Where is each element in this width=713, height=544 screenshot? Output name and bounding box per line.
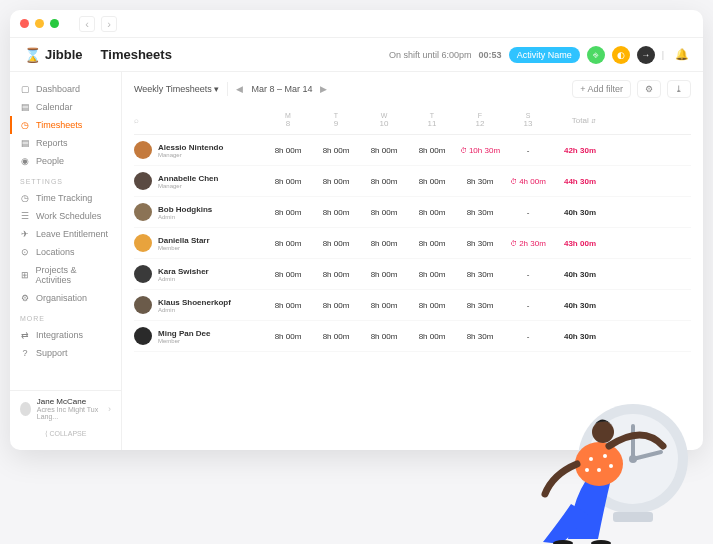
time-cell: 8h 00m — [312, 177, 360, 186]
person-name: Klaus Shoenerkopf — [158, 298, 231, 307]
day-header: S13 — [504, 112, 552, 128]
avatar — [134, 296, 152, 314]
day-header: M8 — [264, 112, 312, 128]
sidebar-item-reports[interactable]: ▤Reports — [10, 134, 121, 152]
sidebar-label: Dashboard — [36, 84, 80, 94]
person-name: Alessio Nintendo — [158, 143, 223, 152]
maximize-dot[interactable] — [50, 19, 59, 28]
sidebar-item-leave-entitlement[interactable]: ✈Leave Entitlement — [10, 225, 121, 243]
time-cell: 8h 00m — [312, 208, 360, 217]
range-next-icon[interactable]: ▶ — [320, 84, 327, 94]
brand-text: Jibble — [45, 47, 83, 62]
time-cell: 8h 30m — [456, 208, 504, 217]
chevron-right-icon: › — [108, 404, 111, 414]
sidebar-label: People — [36, 156, 64, 166]
time-cell: 8h 00m — [408, 270, 456, 279]
total-header[interactable]: Total — [572, 116, 589, 125]
time-cell: 8h 00m — [408, 239, 456, 248]
sidebar-item-timesheets[interactable]: ◷Timesheets — [10, 116, 121, 134]
export-button[interactable]: ⤓ — [667, 80, 691, 98]
settings-button[interactable]: ⚙ — [637, 80, 661, 98]
sidebar-item-dashboard[interactable]: ▢Dashboard — [10, 80, 121, 98]
table-row[interactable]: Kara SwisherAdmin8h 00m8h 00m8h 00m8h 00… — [134, 259, 691, 290]
sidebar-icon: ⊞ — [20, 270, 30, 280]
time-cell: - — [504, 301, 552, 310]
close-dot[interactable] — [20, 19, 29, 28]
shift-status: On shift until 6:00pm — [389, 50, 472, 60]
sidebar-item-support[interactable]: ?Support — [10, 344, 121, 362]
add-filter-button[interactable]: + Add filter — [572, 80, 631, 98]
table-row[interactable]: Klaus ShoenerkopfAdmin8h 00m8h 00m8h 00m… — [134, 290, 691, 321]
table-row[interactable]: Annabelle ChenManager8h 00m8h 00m8h 00m8… — [134, 166, 691, 197]
search-icon[interactable]: ⌕ — [134, 116, 264, 125]
time-cell: 8h 00m — [264, 146, 312, 155]
avatar — [134, 141, 152, 159]
person-role: Member — [158, 338, 210, 344]
range-prev-icon[interactable]: ◀ — [236, 84, 243, 94]
time-cell: ⏱2h 30m — [504, 239, 552, 248]
sidebar-label: Time Tracking — [36, 193, 92, 203]
avatar — [134, 265, 152, 283]
notifications-icon[interactable]: 🔔 — [675, 48, 689, 61]
date-range[interactable]: Mar 8 – Mar 14 — [251, 84, 312, 94]
forward-button[interactable]: › — [101, 16, 117, 32]
time-cell: 8h 00m — [408, 332, 456, 341]
table-row[interactable]: Daniella StarrMember8h 00m8h 00m8h 00m8h… — [134, 228, 691, 259]
sidebar-label: Work Schedules — [36, 211, 101, 221]
back-button[interactable]: ‹ — [79, 16, 95, 32]
view-selector[interactable]: Weekly Timesheets ▾ — [134, 84, 219, 94]
main-content: Weekly Timesheets ▾ ◀ Mar 8 – Mar 14 ▶ +… — [122, 72, 703, 450]
minimize-dot[interactable] — [35, 19, 44, 28]
sidebar-label: Organisation — [36, 293, 87, 303]
time-cell: 8h 00m — [312, 239, 360, 248]
total-cell: 40h 30m — [552, 208, 600, 217]
avatar — [134, 327, 152, 345]
person-role: Manager — [158, 183, 218, 189]
person-name: Bob Hodgkins — [158, 205, 212, 214]
clock-out-icon[interactable]: → — [637, 46, 655, 64]
brand-logo[interactable]: ⌛ Jibble — [24, 47, 83, 63]
sidebar-item-people[interactable]: ◉People — [10, 152, 121, 170]
sidebar-icon: ⇄ — [20, 330, 30, 340]
svg-point-14 — [553, 540, 573, 544]
svg-point-10 — [597, 468, 601, 472]
table-row[interactable]: Alessio NintendoManager8h 00m8h 00m8h 00… — [134, 135, 691, 166]
person-cell: Bob HodgkinsAdmin — [134, 203, 264, 221]
sidebar-label: Reports — [36, 138, 68, 148]
sidebar-item-calendar[interactable]: ▤Calendar — [10, 98, 121, 116]
sidebar-item-projects-activities[interactable]: ⊞Projects & Activities — [10, 261, 121, 289]
sidebar-item-organisation[interactable]: ⚙Organisation — [10, 289, 121, 307]
total-cell: 40h 30m — [552, 332, 600, 341]
svg-rect-5 — [613, 512, 653, 522]
break-icon[interactable]: ◐ — [612, 46, 630, 64]
person-cell: Ming Pan DeeMember — [134, 327, 264, 345]
collapse-sidebar[interactable]: ⟨ COLLAPSE — [10, 426, 121, 442]
sidebar-item-time-tracking[interactable]: ◷Time Tracking — [10, 189, 121, 207]
time-cell: 8h 30m — [456, 270, 504, 279]
sidebar-icon: ◉ — [20, 156, 30, 166]
sidebar-item-integrations[interactable]: ⇄Integrations — [10, 326, 121, 344]
day-header: T11 — [408, 112, 456, 128]
time-cell: 8h 00m — [360, 208, 408, 217]
sidebar-item-locations[interactable]: ⊙Locations — [10, 243, 121, 261]
time-cell: - — [504, 208, 552, 217]
table-row[interactable]: Ming Pan DeeMember8h 00m8h 00m8h 00m8h 0… — [134, 321, 691, 352]
table-row[interactable]: Bob HodgkinsAdmin8h 00m8h 00m8h 00m8h 00… — [134, 197, 691, 228]
user-card[interactable]: Jane McCane Acres Inc Might Tux Lang... … — [10, 390, 121, 426]
window-chrome: ‹ › — [10, 10, 703, 38]
sidebar: ▢Dashboard▤Calendar◷Timesheets▤Reports◉P… — [10, 72, 122, 450]
sidebar-item-work-schedules[interactable]: ☰Work Schedules — [10, 207, 121, 225]
svg-point-8 — [589, 457, 593, 461]
app-window: ‹ › ⌛ Jibble Timesheets On shift until 6… — [10, 10, 703, 450]
person-role: Admin — [158, 307, 231, 313]
activity-pill[interactable]: Activity Name — [509, 47, 580, 63]
sidebar-icon: ▤ — [20, 138, 30, 148]
clock-in-icon[interactable]: ⎆ — [587, 46, 605, 64]
svg-line-3 — [633, 452, 661, 459]
shift-timer: 00:53 — [479, 50, 502, 60]
person-cell: Kara SwisherAdmin — [134, 265, 264, 283]
time-cell: 8h 30m — [456, 301, 504, 310]
time-cell: 8h 30m — [456, 177, 504, 186]
sidebar-icon: ▤ — [20, 102, 30, 112]
time-cell: 8h 00m — [312, 146, 360, 155]
